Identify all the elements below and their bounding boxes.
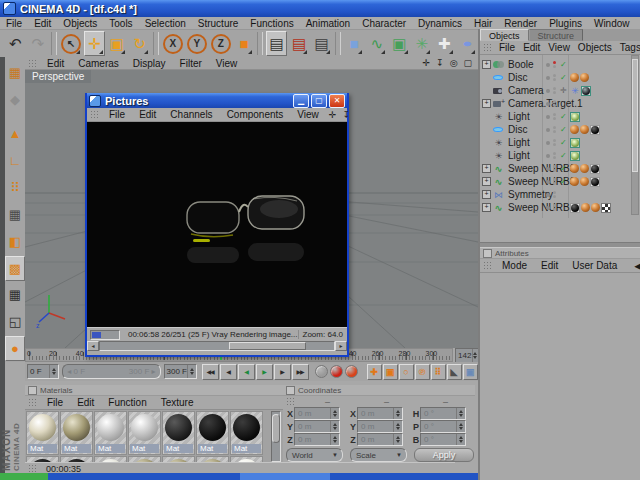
key-selection-button[interactable]: ▣ bbox=[463, 364, 478, 380]
pictures-menu-file[interactable]: File bbox=[102, 109, 132, 120]
display-tag[interactable] bbox=[581, 86, 591, 96]
dark-tag[interactable] bbox=[570, 203, 580, 213]
material-thumbnail[interactable]: Mat bbox=[230, 411, 263, 455]
lock-x-axis-icon[interactable]: X bbox=[162, 31, 184, 56]
viewport-menu-cameras[interactable]: Cameras bbox=[71, 58, 126, 69]
rotate-icon[interactable]: ↻ bbox=[129, 31, 150, 56]
texture-axis-mode-icon[interactable]: ▦ bbox=[5, 283, 25, 308]
enable-state[interactable]: ✓ bbox=[560, 60, 567, 69]
enable-state[interactable]: ✛ bbox=[560, 86, 567, 95]
history-back-icon[interactable]: ◀ bbox=[634, 261, 640, 271]
light-tag[interactable] bbox=[570, 138, 580, 148]
tree-item-sweep-nurbs[interactable]: +Sweep NURBS✓ bbox=[480, 175, 640, 188]
position-z-field[interactable]: 0 m bbox=[294, 433, 340, 446]
menu-structure[interactable]: Structure bbox=[192, 18, 245, 29]
visibility-toggles[interactable] bbox=[546, 61, 556, 68]
enable-state[interactable]: ✓ bbox=[560, 177, 567, 186]
goto-start-button[interactable]: ◀◀ bbox=[202, 364, 219, 380]
lock-z-axis-icon[interactable]: Z bbox=[210, 31, 232, 56]
tab-objects[interactable]: Objects bbox=[480, 29, 529, 41]
mat-tag[interactable] bbox=[581, 203, 590, 212]
mat-tag[interactable] bbox=[570, 73, 579, 82]
viewport-menu-edit[interactable]: Edit bbox=[40, 58, 71, 69]
move-icon[interactable]: ✛ bbox=[84, 31, 105, 56]
object-axis-mode-icon[interactable]: ∟ bbox=[5, 148, 25, 173]
light-tag[interactable] bbox=[570, 112, 580, 122]
range-end-field[interactable]: 300 F bbox=[164, 364, 197, 379]
play-backward-button[interactable]: ◀ bbox=[238, 364, 255, 380]
objects-menu-tags[interactable]: Tags bbox=[616, 42, 640, 53]
pictures-menu-edit[interactable]: Edit bbox=[132, 109, 163, 120]
visibility-toggles[interactable] bbox=[546, 74, 556, 81]
materials-menu-texture[interactable]: Texture bbox=[154, 397, 201, 408]
render-picture-viewer-icon[interactable]: ▤ bbox=[289, 31, 310, 56]
edge-mode-icon[interactable]: ▦ bbox=[5, 202, 25, 227]
menu-window[interactable]: Window bbox=[588, 18, 636, 29]
menu-render[interactable]: Render bbox=[498, 18, 543, 29]
tree-item-sweep-nurbs[interactable]: +Sweep NURBS✓ bbox=[480, 162, 640, 175]
pictures-menu-channels[interactable]: Channels bbox=[163, 109, 219, 120]
dark-tag[interactable] bbox=[590, 177, 600, 187]
tree-item-light[interactable]: Light✓ bbox=[480, 110, 640, 123]
size-z-field[interactable]: 0 m bbox=[357, 433, 403, 446]
add-hypernurbs-icon[interactable]: ▣ bbox=[389, 31, 410, 56]
menu-dynamics[interactable]: Dynamics bbox=[412, 18, 468, 29]
menu-animation[interactable]: Animation bbox=[300, 18, 356, 29]
objects-menu-objects[interactable]: Objects bbox=[574, 42, 616, 53]
menu-plugins[interactable]: Plugins bbox=[543, 18, 588, 29]
render-active-view-icon[interactable]: ▤ bbox=[266, 31, 287, 56]
render-settings-icon[interactable]: ▤ bbox=[311, 31, 332, 56]
objects-menu-view[interactable]: View bbox=[544, 42, 574, 53]
key-rotation-button[interactable]: ○ bbox=[399, 364, 414, 380]
picture-viewer-titlebar[interactable]: Pictures ▁▢✕ bbox=[87, 93, 347, 108]
tree-item-camera-target-1[interactable]: +Camera.Target.1 bbox=[480, 97, 640, 110]
key-point-level-button[interactable]: ◣ bbox=[447, 364, 462, 380]
mat-tag[interactable] bbox=[580, 73, 589, 82]
picture-viewer-hscrollbar[interactable]: ◂ ▸ bbox=[87, 341, 347, 351]
minimize-button[interactable]: ▁ bbox=[293, 94, 309, 108]
record-disabled-button[interactable] bbox=[315, 365, 328, 378]
current-frame-field[interactable]: 142 F bbox=[455, 348, 479, 363]
materials-menu-file[interactable]: File bbox=[40, 397, 70, 408]
range-end-spinner[interactable] bbox=[187, 365, 196, 378]
maximize-button[interactable]: ▢ bbox=[311, 94, 327, 108]
visibility-toggles[interactable] bbox=[546, 204, 556, 211]
rendered-image-canvas[interactable] bbox=[87, 122, 347, 327]
objects-drag-handle[interactable] bbox=[483, 43, 492, 52]
light-tag[interactable] bbox=[570, 151, 580, 161]
enable-state[interactable]: ✓ bbox=[560, 112, 567, 121]
dark-tag[interactable] bbox=[590, 125, 600, 135]
visibility-toggles[interactable] bbox=[546, 126, 556, 133]
pan-view-icon[interactable]: ✛ bbox=[420, 58, 434, 68]
coordinates-drag-handle[interactable] bbox=[286, 397, 295, 406]
dock-icon[interactable]: ↧ bbox=[339, 110, 353, 120]
viewport-menu-display[interactable]: Display bbox=[126, 58, 173, 69]
tab-structure[interactable]: Structure bbox=[529, 29, 584, 41]
expand-toggle[interactable]: + bbox=[482, 177, 491, 186]
objects-menu-edit[interactable]: Edit bbox=[519, 42, 544, 53]
viewport-label[interactable]: Perspective bbox=[25, 70, 91, 83]
material-thumbnail[interactable]: Mat bbox=[26, 411, 59, 455]
add-spline-icon[interactable]: ∿ bbox=[366, 31, 387, 56]
prev-frame-button[interactable]: ◀ bbox=[220, 364, 237, 380]
tree-item-disc[interactable]: Disc✓ bbox=[480, 123, 640, 136]
tree-item-light[interactable]: Light✓ bbox=[480, 136, 640, 149]
menu-hair[interactable]: Hair bbox=[468, 18, 498, 29]
tree-item-symmetry[interactable]: +Symmetry bbox=[480, 188, 640, 201]
rotation-p-field[interactable]: 0 ° bbox=[420, 420, 466, 433]
tree-item-sweep-nurbs[interactable]: +Sweep NURBS bbox=[480, 201, 640, 214]
next-frame-button[interactable]: ▶ bbox=[274, 364, 291, 380]
make-editable-icon[interactable]: ▦ bbox=[5, 60, 25, 85]
mat-tag[interactable] bbox=[570, 125, 579, 134]
menu-edit[interactable]: Edit bbox=[28, 18, 57, 29]
scroll-right-icon[interactable]: ▸ bbox=[335, 341, 347, 351]
menu-functions[interactable]: Functions bbox=[244, 18, 299, 29]
mat-tag[interactable] bbox=[570, 164, 579, 173]
menu-character[interactable]: Character bbox=[356, 18, 412, 29]
star-tag[interactable] bbox=[570, 86, 580, 96]
tree-item-boole[interactable]: +Boole✓ bbox=[480, 58, 640, 71]
pan-icon[interactable]: ✛ bbox=[326, 110, 340, 120]
attributes-menu-mode[interactable]: Mode bbox=[495, 260, 534, 271]
check-tag[interactable] bbox=[601, 203, 611, 213]
object-tree-scrollbar[interactable] bbox=[631, 55, 639, 215]
